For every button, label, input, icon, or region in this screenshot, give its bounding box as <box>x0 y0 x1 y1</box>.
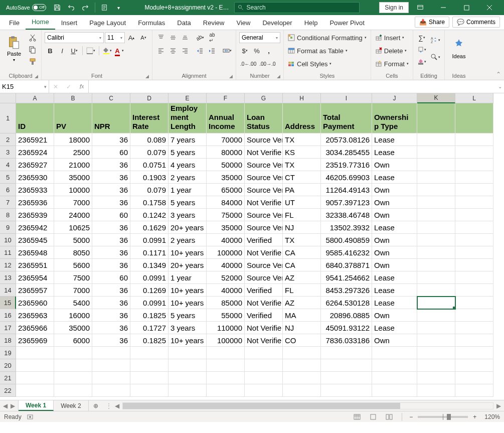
cell-H6[interactable]: PA <box>283 184 321 196</box>
cell-A22[interactable] <box>16 384 54 397</box>
cell-E2[interactable]: 7 years <box>169 133 207 146</box>
cell-L10[interactable] <box>455 234 493 246</box>
cell-K3[interactable] <box>417 146 455 159</box>
cell-K6[interactable] <box>417 184 455 196</box>
tab-power-pivot[interactable]: Power Pivot <box>323 16 370 30</box>
cell-D10[interactable]: 0.0991 <box>130 234 169 246</box>
zoom-in-button[interactable]: + <box>473 413 476 420</box>
cell-C19[interactable] <box>92 347 130 359</box>
cell-K15[interactable] <box>417 297 455 309</box>
cell-K7[interactable] <box>417 196 455 209</box>
cell-G16[interactable]: Verified <box>245 309 283 322</box>
row-header-20[interactable]: 20 <box>0 359 16 372</box>
row-header-19[interactable]: 19 <box>0 347 16 359</box>
percent-format-button[interactable]: % <box>251 45 262 56</box>
cell-L20[interactable] <box>455 359 493 372</box>
row-header-22[interactable]: 22 <box>0 384 16 397</box>
header-cell[interactable]: Annual Income <box>207 103 245 133</box>
normal-view-button[interactable] <box>352 412 363 421</box>
header-cell[interactable]: Employ ment Length <box>169 103 207 133</box>
minimize-button[interactable] <box>432 0 455 15</box>
cell-E22[interactable] <box>169 384 207 397</box>
col-header-B[interactable]: B <box>54 93 92 103</box>
cell-C20[interactable] <box>92 359 130 372</box>
cell-I21[interactable] <box>321 372 372 384</box>
cell-F3[interactable]: 80000 <box>207 146 245 159</box>
cell-B19[interactable] <box>54 347 92 359</box>
header-cell[interactable]: Total Payment <box>321 103 372 133</box>
row-header-8[interactable]: 8 <box>0 209 16 221</box>
cell-H11[interactable]: CA <box>283 246 321 259</box>
cell-B5[interactable]: 35000 <box>54 171 92 184</box>
align-middle-button[interactable] <box>167 32 179 43</box>
cell-D14[interactable]: 0.1269 <box>130 284 169 297</box>
format-as-table-button[interactable]: Format as Table▾ <box>287 45 349 56</box>
cell-L17[interactable] <box>455 322 493 334</box>
cell-I13[interactable]: 9541.254662 <box>321 271 372 284</box>
cell-H20[interactable] <box>283 359 321 372</box>
cell-J10[interactable]: Own <box>372 234 417 246</box>
cell-H7[interactable]: UT <box>283 196 321 209</box>
redo-button[interactable] <box>79 2 91 14</box>
cell-E8[interactable]: 3 years <box>169 209 207 221</box>
clipboard-launcher[interactable]: ◢ <box>35 74 38 79</box>
cell-L4[interactable] <box>455 159 493 171</box>
cell-K18[interactable] <box>417 334 455 347</box>
cell-D13[interactable]: 0.0991 <box>130 271 169 284</box>
sheet-tab-week2[interactable]: Week 2 <box>54 400 88 411</box>
cell-K19[interactable] <box>417 347 455 359</box>
cell-F19[interactable] <box>207 347 245 359</box>
cell-H9[interactable]: NJ <box>283 221 321 234</box>
cell-L7[interactable] <box>455 196 493 209</box>
orientation-button[interactable]: ab▾ <box>195 32 206 43</box>
header-cell[interactable]: Address <box>283 103 321 133</box>
clear-button[interactable]: ▾ <box>416 56 427 67</box>
cell-F17[interactable]: 110000 <box>207 322 245 334</box>
cell-G7[interactable]: Not Verifie <box>245 196 283 209</box>
sign-in-button[interactable]: Sign in <box>379 2 409 13</box>
collapse-ribbon-icon[interactable]: ⌃ <box>496 71 501 78</box>
fill-color-button[interactable]: ▾ <box>102 45 113 56</box>
cell-C15[interactable]: 36 <box>92 297 130 309</box>
cell-B7[interactable]: 7000 <box>54 196 92 209</box>
alignment-launcher[interactable]: ◢ <box>229 74 233 79</box>
comments-button[interactable]: 💬Comments <box>452 17 500 28</box>
autosave-toggle[interactable]: AutoSave <box>3 4 49 11</box>
cell-L19[interactable] <box>455 347 493 359</box>
cell-C18[interactable]: 36 <box>92 334 130 347</box>
cell-J9[interactable]: Lease <box>372 221 417 234</box>
cell-H21[interactable] <box>283 372 321 384</box>
cell-D7[interactable]: 0.1758 <box>130 196 169 209</box>
cell-F18[interactable]: 100000 <box>207 334 245 347</box>
shrink-font-button[interactable]: A▾ <box>138 32 149 43</box>
cell-G22[interactable] <box>245 384 283 397</box>
cell-F21[interactable] <box>207 372 245 384</box>
col-header-C[interactable]: C <box>92 93 130 103</box>
zoom-out-button[interactable]: − <box>409 413 413 420</box>
cell-D22[interactable] <box>130 384 169 397</box>
ribbon-display-icon[interactable] <box>409 0 432 15</box>
cell-L11[interactable] <box>455 246 493 259</box>
cell-B6[interactable]: 10000 <box>54 184 92 196</box>
cell-K10[interactable] <box>417 234 455 246</box>
cell-F7[interactable]: 84000 <box>207 196 245 209</box>
header-cell[interactable]: Interest Rate <box>130 103 169 133</box>
cell-A12[interactable]: 2365951 <box>16 259 54 271</box>
cell-C7[interactable]: 36 <box>92 196 130 209</box>
cell-J17[interactable]: Lease <box>372 322 417 334</box>
row-header-13[interactable]: 13 <box>0 271 16 284</box>
format-cells-button[interactable]: Format▾ <box>374 58 410 69</box>
row-header-1[interactable]: 1 <box>0 103 16 133</box>
cell-L15[interactable] <box>455 297 493 309</box>
cell-L2[interactable] <box>455 133 493 146</box>
hscroll-right-icon[interactable]: ▶ <box>496 402 501 409</box>
cell-G18[interactable]: Not Verifie <box>245 334 283 347</box>
cell-B8[interactable]: 24000 <box>54 209 92 221</box>
font-name-combo[interactable]: Calibri▾ <box>45 32 104 43</box>
cell-E12[interactable]: 20+ years <box>169 259 207 271</box>
cell-G15[interactable]: Not Verifie <box>245 297 283 309</box>
cell-F6[interactable]: 65000 <box>207 184 245 196</box>
cell-L8[interactable] <box>455 209 493 221</box>
cell-B22[interactable] <box>54 384 92 397</box>
header-cell[interactable] <box>455 103 493 133</box>
